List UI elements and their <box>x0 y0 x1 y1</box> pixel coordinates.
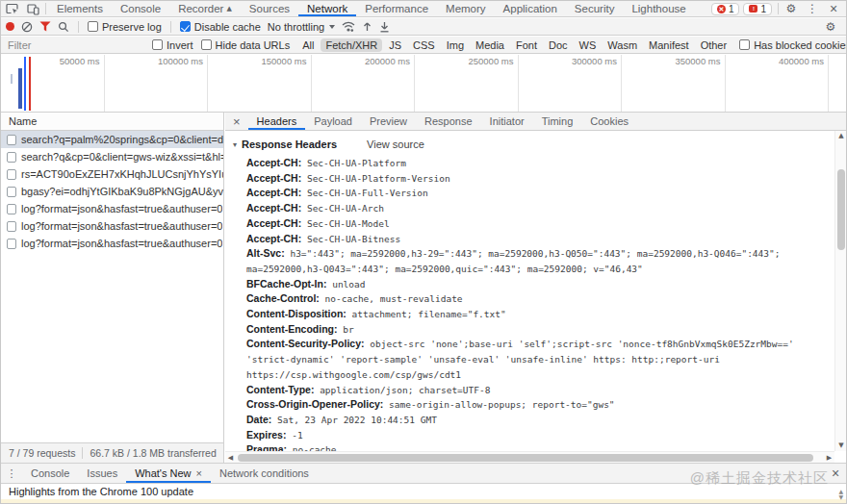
table-row[interactable]: search?q&cp=0&client=gws-wiz&xssi=t&hl=e… <box>1 148 223 165</box>
header-value: Sec-CH-UA-Platform <box>307 158 406 168</box>
settings-gear-icon[interactable]: ⚙ <box>781 1 802 16</box>
filter-type-font[interactable]: Font <box>511 38 542 52</box>
recorder-warning-icon: ▲ <box>226 5 231 13</box>
scroll-down-icon[interactable]: ▼ <box>835 441 847 451</box>
kebab-menu-icon[interactable]: ⋮ <box>802 1 823 16</box>
filter-type-other[interactable]: Other <box>696 38 732 52</box>
throttling-select[interactable]: No throttling <box>268 21 335 33</box>
filter-type-js[interactable]: JS <box>384 38 406 52</box>
details-tab-response[interactable]: Response <box>416 113 481 130</box>
filter-funnel-icon[interactable] <box>39 21 51 32</box>
drawer-kebab-menu-icon[interactable]: ⋮ <box>1 464 22 483</box>
filter-type-img[interactable]: Img <box>442 38 469 52</box>
main-tabbar: ElementsConsoleRecorder▲SourcesNetworkPe… <box>1 1 846 17</box>
tab-network[interactable]: Network <box>298 1 356 16</box>
filter-type-wasm[interactable]: Wasm <box>603 38 642 52</box>
tab-memory[interactable]: Memory <box>437 1 495 16</box>
collapse-triangle-icon[interactable]: ▾ <box>233 140 237 149</box>
filter-type-manifest[interactable]: Manifest <box>644 38 694 52</box>
header-name: Content-Type: <box>246 384 314 395</box>
network-settings-gear-icon[interactable]: ⚙ <box>820 18 841 35</box>
tab-label: Recorder <box>178 3 223 14</box>
tab-console[interactable]: Console <box>112 1 169 16</box>
filter-type-all[interactable]: All <box>297 38 319 52</box>
disable-cache-checkbox[interactable]: Disable cache <box>180 21 261 33</box>
details-tab-payload[interactable]: Payload <box>305 113 361 130</box>
network-overview-timeline[interactable]: 50000 ms100000 ms150000 ms200000 ms25000… <box>1 55 846 113</box>
tab-elements[interactable]: Elements <box>48 1 112 16</box>
details-tab-initiator[interactable]: Initiator <box>481 113 533 130</box>
preserve-log-checkbox[interactable]: Preserve log <box>88 21 162 33</box>
network-toolbar: Preserve log Disable cache No throttling… <box>1 18 846 36</box>
checkbox-unchecked <box>152 39 163 50</box>
details-tab-cookies[interactable]: Cookies <box>581 113 637 130</box>
checkbox-unchecked <box>88 21 98 32</box>
response-headers-list: Accept-CH: Sec-CH-UA-PlatformAccept-CH: … <box>233 156 829 451</box>
device-toolbar-icon[interactable] <box>22 1 43 16</box>
tab-security[interactable]: Security <box>566 1 624 16</box>
divider <box>78 21 79 33</box>
export-har-icon[interactable] <box>379 21 390 33</box>
request-doc-icon <box>7 135 16 145</box>
tab-recorder[interactable]: Recorder▲ <box>169 1 241 16</box>
disable-cache-label: Disable cache <box>194 21 261 33</box>
issue-count: 1 <box>760 4 766 14</box>
filter-type-ws[interactable]: WS <box>575 38 602 52</box>
network-conditions-icon[interactable] <box>342 21 355 33</box>
import-har-icon[interactable] <box>362 21 372 33</box>
details-tab-headers[interactable]: Headers <box>248 113 306 130</box>
vertical-scrollbar[interactable]: ▲ ▼ <box>834 131 846 451</box>
table-row[interactable]: search?q=palm%20springs&cp=0&client=desk… <box>1 131 223 148</box>
drawer-tab-label: What's New <box>135 467 191 479</box>
details-tab-preview[interactable]: Preview <box>361 113 416 130</box>
horizontal-scrollbar[interactable]: ◀ ▶ <box>225 451 834 463</box>
name-column-header[interactable]: Name <box>1 113 223 131</box>
search-icon[interactable] <box>58 21 69 33</box>
drawer-tab-console[interactable]: Console <box>22 464 78 483</box>
error-badge[interactable]: ✕ 1 <box>711 3 740 15</box>
filter-type-doc[interactable]: Doc <box>544 38 573 52</box>
vertical-scrollbar-thumb[interactable] <box>837 169 845 250</box>
request-name: rs=ACT90oExZEH7xKHqhJLUCsnjYhYsYIuJw <box>21 168 223 180</box>
devtools-window: ElementsConsoleRecorder▲SourcesNetworkPe… <box>0 0 847 504</box>
filter-type-media[interactable]: Media <box>471 38 509 52</box>
close-devtools-icon[interactable]: × <box>823 1 844 16</box>
clear-network-log-icon[interactable] <box>21 21 33 33</box>
details-tab-timing[interactable]: Timing <box>533 113 582 130</box>
close-details-icon[interactable]: × <box>225 114 248 129</box>
invert-checkbox[interactable]: Invert <box>152 39 193 51</box>
filter-type-fetch-xhr[interactable]: Fetch/XHR <box>321 38 382 52</box>
close-drawer-icon[interactable]: × <box>825 464 846 483</box>
horizontal-scrollbar-thumb[interactable] <box>238 454 813 462</box>
tab-lighthouse[interactable]: Lighthouse <box>623 1 694 16</box>
inspect-element-icon[interactable] <box>1 1 22 16</box>
view-source-link[interactable]: View source <box>367 139 424 150</box>
table-row[interactable]: bgasy?ei=odhjYtGIKbaK9u8PkNGjgAU&yv=3&as… <box>1 183 223 200</box>
tab-application[interactable]: Application <box>495 1 566 16</box>
filter-type-css[interactable]: CSS <box>408 38 440 52</box>
checkbox-unchecked <box>739 39 750 50</box>
tab-performance[interactable]: Performance <box>356 1 437 16</box>
has-blocked-cookies-checkbox[interactable]: Has blocked cookies <box>739 39 847 51</box>
tab-sources[interactable]: Sources <box>241 1 298 16</box>
response-header-row: Accept-CH: Sec-CH-UA-Platform-Version <box>246 171 829 187</box>
table-row[interactable]: log?format=json&hasfast=true&authuser=0 <box>1 235 223 252</box>
drawer-tab-issues[interactable]: Issues <box>78 464 126 483</box>
table-row[interactable]: log?format=json&hasfast=true&authuser=0 <box>1 200 223 217</box>
record-network-log-icon[interactable] <box>6 22 14 31</box>
drawer-tab-network-conditions[interactable]: Network conditions <box>211 464 318 483</box>
header-name: Pragma: <box>246 443 287 451</box>
tabbar-right: ✕ 1 ! 1 ⚙ ⋮ × <box>711 1 846 16</box>
drawer-tab-what-s-new[interactable]: What's New× <box>126 464 211 483</box>
main-tabbar-tabs: ElementsConsoleRecorder▲SourcesNetworkPe… <box>48 1 695 16</box>
filter-input[interactable] <box>8 39 144 51</box>
close-tab-icon[interactable]: × <box>196 467 202 479</box>
issues-badge[interactable]: ! 1 <box>743 3 772 15</box>
overview-request-bar <box>11 74 13 84</box>
scroll-up-icon[interactable]: ▲ <box>835 131 847 141</box>
table-row[interactable]: rs=ACT90oExZEH7xKHqhJLUCsnjYhYsYIuJw <box>1 165 223 183</box>
whats-new-heading: Highlights from the Chrome 100 update <box>1 484 846 499</box>
tab-label: Elements <box>57 3 103 14</box>
hide-data-urls-checkbox[interactable]: Hide data URLs <box>201 39 291 51</box>
table-row[interactable]: log?format=json&hasfast=true&authuser=0 <box>1 217 223 235</box>
